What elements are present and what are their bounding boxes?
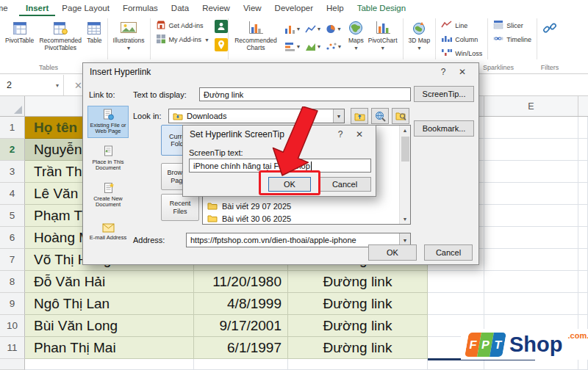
cell[interactable] [288,359,428,370]
sidebar-item-email-address[interactable]: E-mail Address [87,216,129,248]
tab-home[interactable]: Home [0,0,19,16]
cell[interactable] [484,161,578,183]
up-one-folder-button[interactable] [351,108,368,124]
cell-date[interactable]: 11/20/1980 [194,271,288,293]
sparkline-column-button[interactable]: Column [439,32,480,46]
scrollbar[interactable]: ▲ ▼ [399,126,410,224]
cell-link[interactable]: Đường link [288,293,428,315]
help-icon[interactable]: ? [434,67,453,77]
recommended-pivottables-button[interactable]: Recommended PivotTables [36,17,85,54]
dialog-title-bar[interactable]: Insert Hyperlink ? ✕ [83,63,478,81]
get-addins-button[interactable]: Get Add-ins [154,18,206,32]
row-header[interactable]: 5 [0,205,25,227]
my-addins-button[interactable]: My Add-ins ▼ [154,32,212,46]
row-header[interactable]: 7 [0,249,25,271]
cell-name[interactable]: Đỗ Văn Hải [25,271,194,293]
list-item-folder[interactable]: Bài viết 30 06 2025 [204,212,398,225]
pie-chart-button[interactable]: ▼ [324,21,343,37]
sidebar-item-existing-file[interactable]: Existing File or Web Page [87,106,129,138]
recent-files-button[interactable]: Recent Files [161,194,199,221]
cell[interactable] [25,359,194,370]
row-header[interactable]: 9 [0,293,25,315]
scrollbar-thumb[interactable] [401,137,409,162]
cell[interactable] [428,271,484,293]
cell[interactable] [484,293,578,315]
cell-date[interactable]: 9/17/2001 [194,315,288,337]
cell[interactable] [484,227,578,249]
scroll-up-icon[interactable]: ▲ [400,128,410,133]
close-icon[interactable]: ✕ [350,129,369,139]
cell[interactable] [194,359,288,370]
cell-link[interactable]: Đường link [288,315,428,337]
sparkline-winloss-button[interactable]: Win/Loss [439,46,484,60]
row-header[interactable]: 4 [0,183,25,205]
cell[interactable] [484,249,578,271]
pivottable-button[interactable]: PivotTable [3,17,36,46]
name-box-dropdown-icon[interactable]: ▾ [51,82,63,89]
select-all-corner[interactable] [0,96,25,116]
tab-review[interactable]: Review [196,0,237,16]
slicer-button[interactable]: Slicer [491,18,526,32]
sidebar-item-create-new-document[interactable]: Create New Document [87,179,129,211]
line-chart-button[interactable]: ▼ [304,21,323,37]
maps-button[interactable]: Maps ▼ [346,17,366,52]
link-button[interactable] [540,17,556,39]
cell[interactable] [484,271,578,293]
bar-chart-button[interactable]: ▼ [283,38,302,54]
cell[interactable] [428,293,484,315]
illustrations-button[interactable]: Illustrations ▼ [111,17,147,52]
recommended-charts-button[interactable]: Recommended Charts [232,17,280,54]
cell-link[interactable]: Đường link [288,271,428,293]
cell-name[interactable]: Bùi Văn Long [25,315,194,337]
tab-insert[interactable]: Insert [19,0,55,16]
browse-file-button[interactable] [392,108,409,124]
3d-map-button[interactable]: 3D Map ▼ [406,17,433,52]
tab-page-layout[interactable]: Page Layout [55,0,116,16]
cell[interactable] [428,359,484,370]
row-header[interactable]: 3 [0,161,25,183]
tab-data[interactable]: Data [165,0,196,16]
column-chart-button[interactable]: ▼ [283,21,302,37]
row-header[interactable]: 8 [0,271,25,293]
sidebar-item-place-in-document[interactable]: Place in This Document [87,142,129,175]
column-header-e[interactable]: E [484,96,578,116]
cell-name[interactable]: Ngô Thị Lan [25,293,194,315]
scatter-chart-button[interactable]: ▼ [324,38,343,54]
screentip-button[interactable]: ScreenTip... [414,86,474,102]
text-to-display-input[interactable]: Đường link [199,87,411,101]
cell-link[interactable]: Đường link [288,337,428,359]
area-chart-button[interactable]: ▼ [304,38,323,54]
browse-web-button[interactable] [371,108,389,124]
cell[interactable] [484,139,578,161]
cell-date[interactable]: 6/1/1997 [194,337,288,359]
bing-maps-addin-icon[interactable] [215,38,228,54]
people-graph-addin-icon[interactable] [215,20,228,36]
cell[interactable] [484,359,578,370]
scroll-down-icon[interactable]: ▼ [400,217,410,222]
row-header[interactable] [0,359,25,370]
cancel-button[interactable]: Cancel [424,244,473,261]
table-button[interactable]: Table [85,17,104,46]
tab-developer[interactable]: Developer [268,0,320,16]
tab-help[interactable]: Help [320,0,351,16]
cell-name[interactable]: Phan Thị Mai [25,337,194,359]
cell-date[interactable]: 4/8/1999 [194,293,288,315]
cell[interactable] [484,183,578,205]
row-header[interactable]: 6 [0,227,25,249]
row-header[interactable]: 11 [0,337,25,359]
list-item-folder[interactable]: Bài viết 29 07 2025 [204,200,398,212]
row-header[interactable]: 10 [0,315,25,337]
name-box[interactable]: 2 [0,75,51,95]
close-icon[interactable]: ✕ [453,67,472,77]
tab-formulas[interactable]: Formulas [116,0,165,16]
tab-view[interactable]: View [237,0,268,16]
cell[interactable] [484,117,578,139]
timeline-button[interactable]: Timeline [491,32,534,46]
pivotchart-button[interactable]: PivotChart ▼ [366,17,400,52]
bookmark-button[interactable]: Bookmark... [414,120,474,137]
cell[interactable] [484,205,578,227]
tab-table-design[interactable]: Table Design [351,0,412,16]
row-header[interactable]: 2 [0,139,25,161]
ok-button[interactable]: OK [368,244,417,261]
row-header[interactable]: 1 [0,117,25,139]
